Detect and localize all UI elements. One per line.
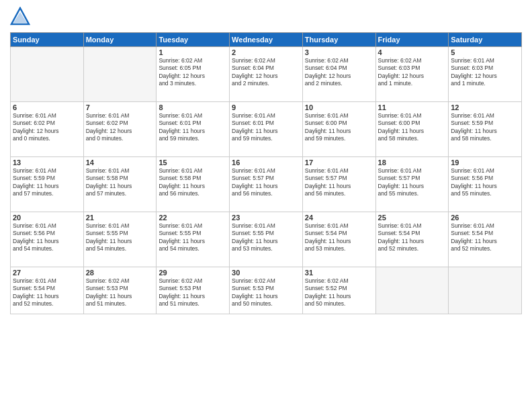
weekday-header-tuesday: Tuesday <box>157 33 230 47</box>
day-number: 31 <box>305 269 373 277</box>
calendar-week-row: 20Sunrise: 6:01 AM Sunset: 5:56 PM Dayli… <box>11 212 522 267</box>
table-row: 25Sunrise: 6:01 AM Sunset: 5:54 PM Dayli… <box>375 212 449 267</box>
day-number: 30 <box>232 269 300 277</box>
day-detail: Sunrise: 6:01 AM Sunset: 5:57 PM Dayligh… <box>232 167 300 198</box>
table-row: 15Sunrise: 6:01 AM Sunset: 5:58 PM Dayli… <box>157 157 230 212</box>
day-detail: Sunrise: 6:02 AM Sunset: 6:03 PM Dayligh… <box>378 57 447 88</box>
day-number: 15 <box>159 158 227 167</box>
day-number: 1 <box>159 48 227 56</box>
day-detail: Sunrise: 6:01 AM Sunset: 6:01 PM Dayligh… <box>232 112 300 143</box>
day-number: 24 <box>305 214 373 222</box>
calendar-table: SundayMondayTuesdayWednesdayThursdayFrid… <box>10 32 522 314</box>
calendar-week-row: 6Sunrise: 6:01 AM Sunset: 6:02 PM Daylig… <box>11 102 522 157</box>
day-number: 21 <box>86 214 154 222</box>
weekday-header-row: SundayMondayTuesdayWednesdayThursdayFrid… <box>11 33 522 47</box>
weekday-header-thursday: Thursday <box>302 33 375 47</box>
day-number: 7 <box>86 103 154 111</box>
table-row: 2Sunrise: 6:02 AM Sunset: 6:04 PM Daylig… <box>230 47 303 102</box>
day-number: 23 <box>232 214 300 222</box>
table-row: 18Sunrise: 6:01 AM Sunset: 5:57 PM Dayli… <box>375 157 449 212</box>
table-row: 21Sunrise: 6:01 AM Sunset: 5:55 PM Dayli… <box>83 212 157 267</box>
table-row: 4Sunrise: 6:02 AM Sunset: 6:03 PM Daylig… <box>375 47 449 102</box>
day-number: 16 <box>232 158 300 167</box>
table-row: 19Sunrise: 6:01 AM Sunset: 5:56 PM Dayli… <box>449 157 522 212</box>
table-row: 7Sunrise: 6:01 AM Sunset: 6:02 PM Daylig… <box>83 102 157 157</box>
table-row: 24Sunrise: 6:01 AM Sunset: 5:54 PM Dayli… <box>302 212 375 267</box>
day-detail: Sunrise: 6:01 AM Sunset: 5:56 PM Dayligh… <box>13 222 81 253</box>
day-detail: Sunrise: 6:01 AM Sunset: 6:01 PM Dayligh… <box>159 112 227 143</box>
calendar-week-row: 13Sunrise: 6:01 AM Sunset: 5:59 PM Dayli… <box>11 157 522 212</box>
table-row: 14Sunrise: 6:01 AM Sunset: 5:58 PM Dayli… <box>83 157 157 212</box>
day-detail: Sunrise: 6:01 AM Sunset: 5:55 PM Dayligh… <box>86 222 154 253</box>
day-number: 26 <box>451 214 519 222</box>
day-detail: Sunrise: 6:01 AM Sunset: 5:55 PM Dayligh… <box>159 222 227 253</box>
day-detail: Sunrise: 6:01 AM Sunset: 5:58 PM Dayligh… <box>86 167 154 198</box>
table-row: 8Sunrise: 6:01 AM Sunset: 6:01 PM Daylig… <box>157 102 230 157</box>
table-row: 12Sunrise: 6:01 AM Sunset: 5:59 PM Dayli… <box>449 102 522 157</box>
table-row: 13Sunrise: 6:01 AM Sunset: 5:59 PM Dayli… <box>11 157 84 212</box>
day-number: 5 <box>451 48 519 56</box>
table-row: 16Sunrise: 6:01 AM Sunset: 5:57 PM Dayli… <box>230 157 303 212</box>
day-detail: Sunrise: 6:02 AM Sunset: 6:05 PM Dayligh… <box>159 57 227 88</box>
table-row: 27Sunrise: 6:01 AM Sunset: 5:54 PM Dayli… <box>11 267 84 314</box>
table-row: 17Sunrise: 6:01 AM Sunset: 5:57 PM Dayli… <box>302 157 375 212</box>
day-number: 13 <box>13 158 81 167</box>
day-detail: Sunrise: 6:01 AM Sunset: 5:54 PM Dayligh… <box>305 222 373 253</box>
calendar-week-row: 27Sunrise: 6:01 AM Sunset: 5:54 PM Dayli… <box>11 267 522 314</box>
table-row: 31Sunrise: 6:02 AM Sunset: 5:52 PM Dayli… <box>302 267 375 314</box>
table-row <box>11 47 84 102</box>
table-row: 22Sunrise: 6:01 AM Sunset: 5:55 PM Dayli… <box>157 212 230 267</box>
day-detail: Sunrise: 6:01 AM Sunset: 5:57 PM Dayligh… <box>305 167 373 198</box>
day-detail: Sunrise: 6:02 AM Sunset: 6:04 PM Dayligh… <box>232 57 300 88</box>
day-number: 12 <box>451 103 519 111</box>
day-number: 18 <box>378 158 447 167</box>
weekday-header-wednesday: Wednesday <box>230 33 303 47</box>
day-number: 4 <box>378 48 447 56</box>
weekday-header-saturday: Saturday <box>449 33 522 47</box>
day-detail: Sunrise: 6:02 AM Sunset: 5:52 PM Dayligh… <box>305 277 373 308</box>
day-number: 19 <box>451 158 519 167</box>
day-number: 28 <box>86 269 154 277</box>
table-row: 20Sunrise: 6:01 AM Sunset: 5:56 PM Dayli… <box>11 212 84 267</box>
day-detail: Sunrise: 6:01 AM Sunset: 5:54 PM Dayligh… <box>13 277 81 308</box>
day-detail: Sunrise: 6:01 AM Sunset: 5:57 PM Dayligh… <box>378 167 447 198</box>
logo <box>10 7 33 27</box>
day-detail: Sunrise: 6:01 AM Sunset: 6:00 PM Dayligh… <box>378 112 447 143</box>
day-number: 14 <box>86 158 154 167</box>
day-number: 20 <box>13 214 81 222</box>
weekday-header-friday: Friday <box>375 33 449 47</box>
logo-icon <box>10 7 30 27</box>
table-row: 1Sunrise: 6:02 AM Sunset: 6:05 PM Daylig… <box>157 47 230 102</box>
table-row: 28Sunrise: 6:02 AM Sunset: 5:53 PM Dayli… <box>83 267 157 314</box>
day-detail: Sunrise: 6:02 AM Sunset: 6:04 PM Dayligh… <box>305 57 373 88</box>
day-number: 25 <box>378 214 447 222</box>
day-detail: Sunrise: 6:02 AM Sunset: 5:53 PM Dayligh… <box>86 277 154 308</box>
day-number: 2 <box>232 48 300 56</box>
day-detail: Sunrise: 6:01 AM Sunset: 5:56 PM Dayligh… <box>451 167 519 198</box>
header <box>10 7 522 27</box>
day-number: 29 <box>159 269 227 277</box>
table-row <box>83 47 157 102</box>
day-detail: Sunrise: 6:02 AM Sunset: 5:53 PM Dayligh… <box>159 277 227 308</box>
day-number: 27 <box>13 269 81 277</box>
table-row: 3Sunrise: 6:02 AM Sunset: 6:04 PM Daylig… <box>302 47 375 102</box>
day-detail: Sunrise: 6:01 AM Sunset: 6:02 PM Dayligh… <box>13 112 81 143</box>
table-row: 26Sunrise: 6:01 AM Sunset: 5:54 PM Dayli… <box>449 212 522 267</box>
calendar-week-row: 1Sunrise: 6:02 AM Sunset: 6:05 PM Daylig… <box>11 47 522 102</box>
table-row: 10Sunrise: 6:01 AM Sunset: 6:00 PM Dayli… <box>302 102 375 157</box>
day-detail: Sunrise: 6:01 AM Sunset: 6:02 PM Dayligh… <box>86 112 154 143</box>
day-detail: Sunrise: 6:01 AM Sunset: 5:54 PM Dayligh… <box>378 222 447 253</box>
table-row: 11Sunrise: 6:01 AM Sunset: 6:00 PM Dayli… <box>375 102 449 157</box>
table-row: 29Sunrise: 6:02 AM Sunset: 5:53 PM Dayli… <box>157 267 230 314</box>
table-row: 6Sunrise: 6:01 AM Sunset: 6:02 PM Daylig… <box>11 102 84 157</box>
day-number: 10 <box>305 103 373 111</box>
table-row: 9Sunrise: 6:01 AM Sunset: 6:01 PM Daylig… <box>230 102 303 157</box>
day-detail: Sunrise: 6:01 AM Sunset: 5:54 PM Dayligh… <box>451 222 519 253</box>
day-number: 6 <box>13 103 81 111</box>
day-number: 8 <box>159 103 227 111</box>
page: SundayMondayTuesdayWednesdayThursdayFrid… <box>0 0 532 411</box>
day-number: 17 <box>305 158 373 167</box>
day-detail: Sunrise: 6:01 AM Sunset: 5:59 PM Dayligh… <box>13 167 81 198</box>
table-row: 5Sunrise: 6:01 AM Sunset: 6:03 PM Daylig… <box>449 47 522 102</box>
day-detail: Sunrise: 6:01 AM Sunset: 5:58 PM Dayligh… <box>159 167 227 198</box>
